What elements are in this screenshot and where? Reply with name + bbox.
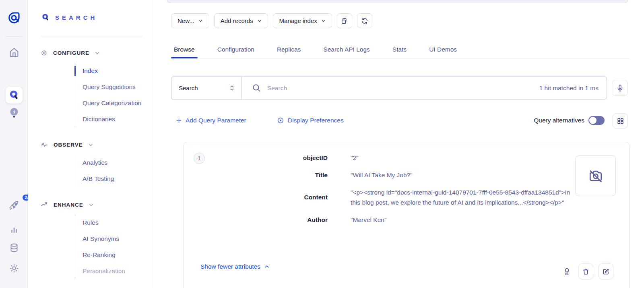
- section-observe-label: OBSERVE: [54, 142, 83, 148]
- search-scope-select[interactable]: Search: [171, 77, 242, 99]
- bar-chart-icon[interactable]: [0, 224, 28, 234]
- search-hits-status: 1 hit matched in 1 ms: [539, 85, 599, 92]
- new-button-label: New...: [178, 17, 194, 24]
- result-card: 1 objectID "2" Title "Will AI Take My Jo…: [183, 142, 630, 288]
- gear-icon: [40, 49, 48, 57]
- trending-up-icon: [40, 201, 48, 209]
- display-preferences-link[interactable]: Display Preferences: [277, 117, 344, 124]
- sidebar-item-ai-synonyms[interactable]: AI Synonyms: [75, 231, 125, 247]
- tab-replicas[interactable]: Replicas: [274, 42, 303, 58]
- refresh-button[interactable]: [357, 13, 372, 28]
- sidebar-item-index[interactable]: Index: [75, 63, 141, 79]
- add-records-button[interactable]: Add records: [214, 13, 268, 28]
- eye-icon: [277, 117, 284, 124]
- database-icon[interactable]: [0, 242, 28, 253]
- index-tabs: Browse Configuration Replicas Search API…: [171, 42, 629, 58]
- field-value: "<p><strong id="docs-internal-guid-14079…: [351, 187, 573, 207]
- rail-divider: [6, 36, 22, 37]
- field-row-title: Title "Will AI Take My Job?": [184, 170, 573, 180]
- search-bar: Search 1 hit matched in 1 ms: [171, 77, 607, 99]
- field-label: Content: [184, 194, 328, 201]
- chevron-down-icon: [88, 142, 93, 147]
- app-rail: 2/5: [0, 0, 28, 288]
- query-alternatives-toggle[interactable]: [588, 116, 605, 125]
- sidebar-item-re-ranking[interactable]: Re-Ranking: [75, 247, 125, 263]
- tab-browse[interactable]: Browse: [171, 42, 198, 58]
- section-enhance-label: ENHANCE: [54, 202, 83, 208]
- tab-configuration[interactable]: Configuration: [215, 42, 257, 58]
- trash-icon: [582, 268, 590, 276]
- chevron-down-icon: [89, 202, 94, 207]
- field-label: Title: [184, 172, 328, 179]
- copy-icon: [341, 17, 349, 25]
- voice-search-button[interactable]: [612, 80, 628, 96]
- field-value: "2": [351, 153, 359, 163]
- result-fields: objectID "2" Title "Will AI Take My Job?…: [184, 153, 573, 232]
- add-query-parameter-label: Add Query Parameter: [186, 117, 246, 124]
- field-label: Author: [184, 216, 328, 224]
- award-ribbon-icon: [563, 267, 571, 277]
- edit-record-button[interactable]: [599, 263, 613, 280]
- index-toolbar: New... Add records Manage index: [171, 13, 372, 28]
- sidebar-item-personalization[interactable]: Personalization: [75, 263, 125, 279]
- refresh-icon: [361, 17, 369, 25]
- show-fewer-attributes-link[interactable]: Show fewer attributes: [200, 263, 270, 270]
- sort-chevrons-icon: [229, 85, 235, 91]
- configure-items: Index Query Suggestions Query Categoriza…: [75, 63, 141, 127]
- enhance-items: Rules AI Synonyms Re-Ranking Personaliza…: [75, 215, 125, 279]
- section-configure-label: CONFIGURE: [53, 50, 89, 56]
- search-product-icon: [41, 13, 50, 22]
- tab-search-api-logs[interactable]: Search API Logs: [320, 42, 372, 58]
- ranking-info-button[interactable]: [563, 267, 571, 277]
- pulse-icon: [40, 141, 48, 149]
- new-button[interactable]: New...: [171, 13, 209, 28]
- grid-icon: [617, 117, 624, 125]
- section-configure[interactable]: CONFIGURE: [40, 48, 100, 58]
- sidebar-title-label: SEARCH: [55, 14, 97, 21]
- chevron-down-icon: [95, 50, 100, 56]
- search-nav-active[interactable]: [0, 87, 28, 104]
- search-icon: [252, 83, 262, 93]
- search-input[interactable]: [267, 85, 534, 92]
- edit-icon: [602, 268, 610, 276]
- plus-icon: [176, 118, 182, 124]
- rocket-icon[interactable]: 2/5: [0, 199, 28, 211]
- result-actions: [563, 263, 613, 280]
- field-row-author: Author "Marvel Ken": [184, 215, 573, 225]
- copy-button[interactable]: [337, 13, 352, 28]
- no-image-icon: [587, 167, 605, 185]
- sidebar-title: SEARCH: [41, 13, 97, 22]
- algolia-logo[interactable]: [7, 10, 21, 25]
- sidebar: SEARCH CONFIGURE Index Query Suggestions…: [28, 0, 154, 288]
- sidebar-item-query-categorization[interactable]: Query Categorization: [75, 95, 141, 111]
- grid-view-button[interactable]: [613, 113, 628, 128]
- chevron-down-icon: [257, 19, 262, 23]
- lightbulb-icon[interactable]: [0, 107, 28, 119]
- manage-index-label: Manage index: [279, 17, 317, 24]
- search-scope-value: Search: [179, 85, 229, 91]
- home-icon[interactable]: [0, 46, 28, 58]
- index-selector-strip[interactable]: [167, 0, 628, 3]
- settings-gear-icon[interactable]: [0, 263, 28, 273]
- manage-index-button[interactable]: Manage index: [273, 13, 332, 28]
- field-row-objectid: objectID "2": [184, 153, 573, 163]
- sidebar-item-query-suggestions[interactable]: Query Suggestions: [75, 79, 141, 95]
- display-preferences-label: Display Preferences: [288, 117, 344, 124]
- query-alternatives-label: Query alternatives: [534, 117, 584, 124]
- sidebar-item-ab-testing[interactable]: A/B Testing: [75, 171, 114, 187]
- search-input-area: 1 hit matched in 1 ms: [242, 77, 607, 99]
- section-observe[interactable]: OBSERVE: [40, 140, 93, 149]
- tab-stats[interactable]: Stats: [390, 42, 409, 58]
- sidebar-item-dictionaries[interactable]: Dictionaries: [75, 111, 141, 127]
- microphone-icon: [616, 84, 624, 92]
- chevron-down-icon: [198, 19, 203, 23]
- chevron-down-icon: [321, 19, 326, 23]
- show-fewer-label: Show fewer attributes: [200, 263, 260, 270]
- add-query-parameter-link[interactable]: Add Query Parameter: [176, 117, 246, 124]
- section-enhance[interactable]: ENHANCE: [40, 200, 94, 209]
- sidebar-item-rules[interactable]: Rules: [75, 215, 125, 231]
- delete-record-button[interactable]: [578, 263, 593, 280]
- field-label: objectID: [184, 154, 328, 162]
- sidebar-item-analytics[interactable]: Analytics: [75, 155, 114, 171]
- tab-ui-demos[interactable]: UI Demos: [426, 42, 460, 58]
